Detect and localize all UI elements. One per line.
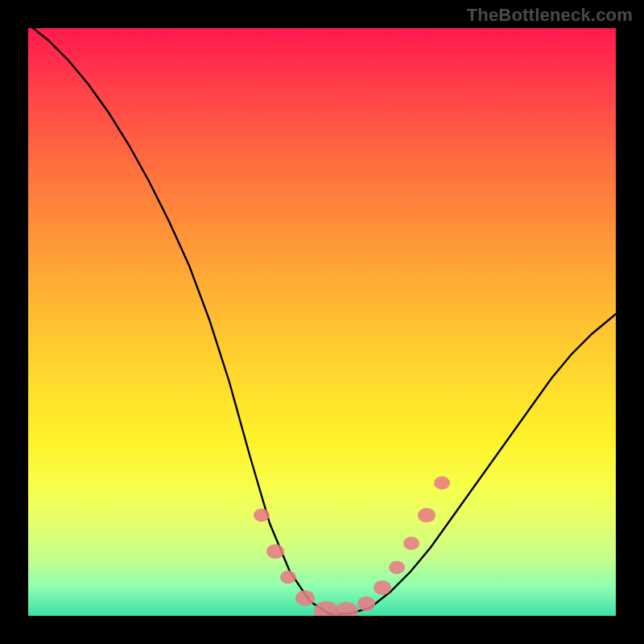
highlight-point [334, 602, 358, 616]
highlight-point [295, 590, 315, 606]
bottleneck-curve [28, 28, 616, 614]
highlight-point [357, 597, 375, 611]
highlight-point [280, 571, 296, 584]
curve-group [28, 28, 616, 614]
highlight-point [389, 561, 405, 574]
highlight-point [374, 580, 391, 595]
highlight-point [266, 544, 284, 559]
highlight-markers [254, 477, 450, 616]
highlight-point [254, 509, 270, 522]
watermark-text: TheBottleneck.com [467, 5, 633, 26]
highlight-point [403, 537, 419, 550]
chart-plot-area [28, 28, 616, 616]
highlight-point [434, 477, 450, 489]
chart-frame: TheBottleneck.com [0, 0, 644, 644]
highlight-point [418, 508, 436, 522]
chart-svg [28, 28, 616, 616]
